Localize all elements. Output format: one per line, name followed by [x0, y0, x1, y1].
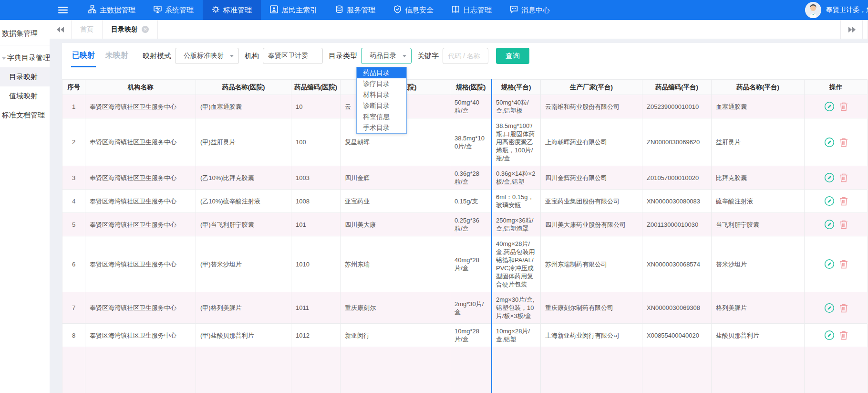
- table-header-cell: 生产厂家(平台): [541, 80, 642, 95]
- edit-icon[interactable]: [824, 330, 835, 340]
- tabs-scroll-right-icon[interactable]: [840, 20, 862, 39]
- table-cell: 四川金辉药业有限公司: [541, 166, 642, 190]
- edit-icon[interactable]: [824, 219, 835, 230]
- table-cell: 50mg*40粒/盒,铝塑板: [492, 95, 541, 118]
- nav-item-label: 主数据管理: [100, 6, 135, 15]
- tab-close-icon[interactable]: ✕: [142, 26, 149, 33]
- sidebar: 数据集管理字典目录管理目录映射值域映射标准文档管理: [0, 20, 50, 393]
- table-cell-operations: [805, 95, 868, 118]
- table-cell: 2mg*30片/盒: [450, 292, 492, 324]
- table-cell: (甲)格列美脲片: [196, 292, 291, 324]
- tabbar-edge: [862, 20, 868, 39]
- dropdown-option-2[interactable]: 诊疗目录: [357, 78, 406, 89]
- nav-item-6[interactable]: 信息安全: [384, 0, 443, 20]
- nav-item-3[interactable]: 标准管理: [203, 0, 261, 20]
- sidebar-item-2[interactable]: 字典目录管理: [0, 48, 50, 67]
- nav-item-label: 信息安全: [405, 6, 434, 15]
- catalog-type-select[interactable]: 药品目录: [361, 48, 412, 64]
- standard-icon: [212, 5, 220, 15]
- menu-toggle-icon[interactable]: [53, 0, 72, 20]
- sidebar-item-label: 目录映射: [9, 73, 38, 81]
- table-cell: 奉贤区海湾镇社区卫生服务中心: [85, 324, 196, 347]
- tabs-scroll-left-icon[interactable]: [50, 20, 72, 39]
- user-info[interactable]: 奉贤卫计委，您: [805, 0, 868, 20]
- sidebar-item-3[interactable]: 目录映射: [0, 67, 50, 86]
- edit-icon[interactable]: [824, 196, 835, 206]
- user-avatar: [805, 2, 821, 18]
- table-cell: X00855400040020: [642, 324, 712, 347]
- keyword-input[interactable]: [443, 48, 488, 64]
- nav-item-2[interactable]: 系统管理: [145, 0, 203, 20]
- delete-icon[interactable]: [839, 102, 848, 111]
- delete-icon[interactable]: [839, 196, 848, 206]
- dropdown-option-4[interactable]: 诊断目录: [357, 100, 406, 111]
- delete-icon[interactable]: [839, 259, 848, 269]
- nav-item-7[interactable]: 日志管理: [443, 0, 501, 20]
- table-cell: 10mg*28片/盒: [450, 324, 492, 347]
- edit-icon[interactable]: [824, 303, 835, 313]
- dropdown-option-1[interactable]: 药品目录: [357, 67, 406, 78]
- edit-icon[interactable]: [824, 259, 835, 269]
- dropdown-option-5[interactable]: 科室信息: [357, 111, 406, 122]
- table-cell: 当飞利肝宁胶囊: [712, 213, 805, 236]
- table-row: 7奉贤区海湾镇社区卫生服务中心(甲)格列美脲片1011重庆康刻尔2mg*30片/…: [62, 292, 868, 324]
- nav-item-1[interactable]: 主数据管理: [79, 0, 145, 20]
- table-cell: 1010: [291, 236, 341, 292]
- table-cell: 替米沙坦片: [712, 236, 805, 292]
- table-cell: 2: [62, 118, 85, 166]
- table-cell: 奉贤区海湾镇社区卫生服务中心: [85, 292, 196, 324]
- table-cell: 10mg×28片/盒,铝塑: [492, 324, 541, 347]
- table-cell: 4: [62, 190, 85, 213]
- table-cell: 奉贤区海湾镇社区卫生服务中心: [85, 236, 196, 292]
- edit-icon[interactable]: [824, 101, 835, 112]
- table-cell: [85, 347, 196, 393]
- nav-item-4[interactable]: 居民主索引: [261, 0, 326, 20]
- edit-icon[interactable]: [824, 172, 835, 183]
- tab-home[interactable]: 首页: [72, 20, 103, 39]
- table-cell: 1012: [291, 324, 341, 347]
- sidebar-item-label: 值域映射: [9, 92, 38, 100]
- tab-catalog-mapping[interactable]: 目录映射 ✕: [103, 20, 158, 39]
- delete-icon[interactable]: [839, 138, 848, 147]
- nav-item-8[interactable]: 消息中心: [501, 0, 559, 20]
- table-cell: (甲)当飞利肝宁胶囊: [196, 213, 291, 236]
- table-cell: 奉贤区海湾镇社区卫生服务中心: [85, 190, 196, 213]
- sidebar-item-5[interactable]: 标准文档管理: [0, 106, 50, 125]
- table-cell: [712, 347, 805, 393]
- table-cell: 38.5mg*100'/瓶,口服固体药用高密度聚乙烯瓶，100片/瓶/盒: [492, 118, 541, 166]
- book-icon: [452, 5, 460, 15]
- table-cell: 0.36g*28粒/盒: [450, 166, 492, 190]
- table-header-cell: 规格(医院): [450, 80, 492, 95]
- search-button[interactable]: 查询: [496, 48, 529, 64]
- dropdown-option-3[interactable]: 材料目录: [357, 89, 406, 100]
- mode-select[interactable]: 公版标准映射: [175, 48, 239, 64]
- table-cell: [291, 347, 341, 393]
- table-cell-operations: [805, 118, 868, 166]
- dropdown-option-6[interactable]: 手术目录: [357, 122, 406, 133]
- nav-item-5[interactable]: 服务管理: [326, 0, 384, 20]
- table-header-cell: 序号: [62, 80, 85, 95]
- delete-icon[interactable]: [839, 173, 848, 182]
- edit-icon[interactable]: [824, 137, 835, 148]
- mapped-filter-tab[interactable]: 已映射: [71, 48, 96, 67]
- person-icon: [270, 5, 278, 15]
- table-cell: 苏州东瑞: [341, 236, 450, 292]
- delete-icon[interactable]: [839, 303, 848, 313]
- table-cell: 6ml：0.15g，玻璃安瓿: [492, 190, 541, 213]
- table-cell: 益肝灵片: [712, 118, 805, 166]
- org-input[interactable]: [263, 48, 323, 64]
- table-row: 1奉贤区海湾镇社区卫生服务中心(甲)血塞通胶囊10云50mg*40粒/盒50mg…: [62, 95, 868, 118]
- sidebar-item-4[interactable]: 值域映射: [0, 86, 50, 106]
- table-header-cell: 药品编码(平台): [642, 80, 712, 95]
- sidebar-item-1[interactable]: 数据集管理: [0, 24, 50, 43]
- hospital-platform-divider: [491, 79, 492, 393]
- table-cell: 0.25g*36粒/盒: [450, 213, 492, 236]
- nav-item-label: 系统管理: [165, 6, 194, 15]
- table-cell: Z05239000010010: [642, 95, 712, 118]
- mode-select-value: 公版标准映射: [181, 52, 226, 60]
- chevron-down-icon: [403, 55, 406, 57]
- delete-icon[interactable]: [839, 220, 848, 229]
- unmapped-filter-tab[interactable]: 未映射: [104, 48, 129, 66]
- delete-icon[interactable]: [839, 330, 848, 340]
- catalog-type-value: 药品目录: [367, 52, 399, 60]
